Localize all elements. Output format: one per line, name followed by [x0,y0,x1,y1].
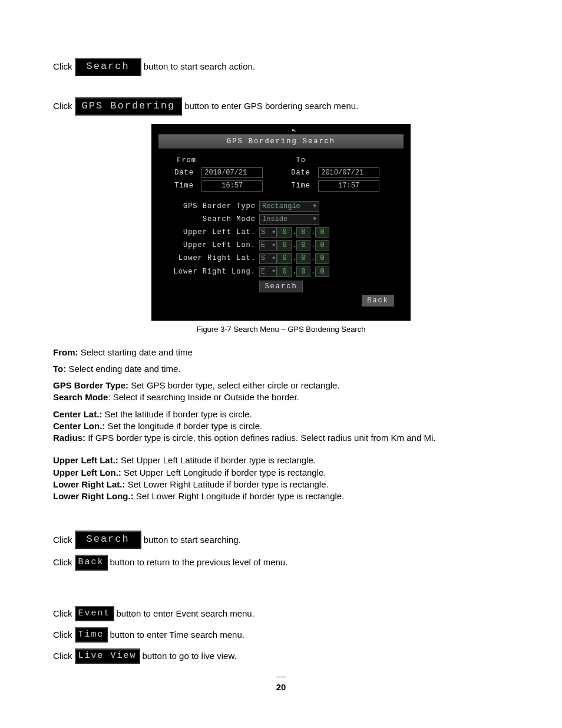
back-button[interactable]: Back [362,295,394,307]
sec-input[interactable]: 0 [315,266,329,277]
date-row: Date 2010/07/21 Date 2010/07/21 [158,166,404,179]
text: Click [53,556,72,568]
text: button to start search action. [144,61,255,73]
direction-select[interactable]: E▼ [259,240,277,251]
label: To: [53,364,66,374]
deg-input[interactable]: 0 [277,227,292,238]
upper-left-lat-row: Upper Left Lat. S▼ 0 . 0 . 0 [158,226,404,239]
instruction-line: Click Event button to enter Event search… [53,606,509,621]
desc-center-lat: Center Lat.: Set the latitude if border … [53,409,509,420]
label: Lower Right Long. [164,267,259,276]
label: Search Mode [53,392,108,402]
min-input[interactable]: 0 [296,253,310,263]
label: Radius: [53,433,85,443]
text: Click [53,534,72,546]
chevron-down-icon: ▼ [272,268,275,275]
dot: . [311,241,315,250]
chevron-down-icon: ▼ [272,255,275,262]
event-button[interactable]: Event [75,606,114,621]
lower-right-lon-row: Lower Right Long. E▼ 0 . 0 . 0 [158,265,404,278]
border-type-label: GPS Border Type [164,202,259,211]
gps-bordering-panel: ↖ GPS Bordering Search From To Date 2010… [151,124,411,321]
chevron-down-icon: ▼ [272,242,275,249]
search-button[interactable]: Search [259,281,302,292]
search-mode-label: Search Mode [164,215,259,224]
deg-input[interactable]: 0 [277,266,292,277]
value: S [261,253,265,263]
chevron-down-icon: ▼ [313,216,316,223]
time-label: Time [164,181,197,190]
search-button[interactable]: Search [75,58,141,76]
text: Set Lower Right Latitude if border type … [125,479,329,489]
label: Lower Right Lat. [164,253,259,263]
from-date-input[interactable]: 2010/07/21 [201,167,263,178]
search-mode-value: Inside [262,215,287,224]
figure-caption: Figure 3-7 Search Menu – GPS Bordering S… [53,324,509,335]
text: Click [53,629,72,641]
live-view-button[interactable]: Live View [75,648,140,664]
search-mode-select[interactable]: Inside ▼ [259,214,319,225]
text: Select starting date and time [78,347,193,357]
panel-title: GPS Bordering Search [158,134,404,149]
dot: . [311,253,315,263]
direction-select[interactable]: E▼ [259,266,277,277]
back-row: Back [158,292,404,307]
to-label: To [281,156,309,165]
border-type-value: Rectangle [262,202,300,211]
text: Set the latitude if border type is circl… [102,409,252,419]
label: Upper Left Lon.: [53,467,121,477]
text: Click [53,650,72,662]
sec-input[interactable]: 0 [315,253,329,263]
label: Center Lat.: [53,409,102,419]
direction-select[interactable]: S▼ [259,253,277,263]
border-type-row: GPS Border Type Rectangle ▼ [158,200,404,213]
gps-bordering-button[interactable]: GPS Bordering [75,97,183,116]
from-label: From [164,156,200,165]
date-label: Date [164,168,197,177]
instruction-line: Click Back button to return to the previ… [53,555,509,570]
from-to-header: From To [158,154,404,166]
instruction-line: Click Search button to start searching. [53,531,509,549]
instruction-line: Click GPS Bordering button to enter GPS … [53,97,509,116]
label: Upper Left Lat. [164,228,259,237]
chevron-down-icon: ▼ [272,229,275,236]
min-input[interactable]: 0 [296,227,310,238]
time-button[interactable]: Time [75,627,108,643]
dot: . [292,241,296,250]
sec-input[interactable]: 0 [315,227,329,238]
text: Select ending date and time. [66,364,180,374]
back-button[interactable]: Back [75,555,108,570]
from-time-input[interactable]: 16:57 [201,180,263,191]
to-date-input[interactable]: 2010/07/21 [318,167,379,178]
search-button[interactable]: Search [75,531,141,549]
desc-to: To: Select ending date and time. [53,363,509,375]
border-type-select[interactable]: Rectangle ▼ [259,201,319,212]
text: : Select if searching Inside or Outside … [108,392,299,402]
label: Center Lon.: [53,421,105,431]
dot: . [311,228,315,237]
text: Set the longitude if border type is circ… [105,421,262,431]
desc-lr-lat: Lower Right Lat.: Set Lower Right Latitu… [53,479,509,490]
dot: . [292,228,296,237]
instruction-line: Click Time button to enter Time search m… [53,627,509,643]
deg-input[interactable]: 0 [277,240,292,251]
direction-select[interactable]: S▼ [259,227,277,238]
desc-lr-lon: Lower Right Long.: Set Lower Right Longi… [53,490,509,502]
time-row: Time 16:57 Time 17:57 [158,179,404,192]
label: Lower Right Long.: [53,491,134,501]
sec-input[interactable]: 0 [315,240,329,251]
min-input[interactable]: 0 [296,266,310,277]
desc-from: From: Select starting date and time [53,347,509,358]
min-input[interactable]: 0 [296,240,310,251]
text: button to go to live view. [143,650,237,662]
text: Set Lower Right Longitude if border type… [134,491,345,501]
deg-input[interactable]: 0 [277,253,292,263]
desc-border-type: GPS Border Type: Set GPS border type, se… [53,380,509,391]
to-time-input[interactable]: 17:57 [318,180,379,191]
upper-left-lon-row: Upper Left Lon. E▼ 0 . 0 . 0 [158,239,404,252]
instruction-line: Click Live View button to go to live vie… [53,648,509,664]
desc-radius: Radius: If GPS border type is circle, th… [53,432,509,444]
instruction-line: Click Search button to start search acti… [53,58,509,76]
text: Set GPS border type, select either circl… [128,380,340,390]
search-mode-row: Search Mode Inside ▼ [158,213,404,226]
